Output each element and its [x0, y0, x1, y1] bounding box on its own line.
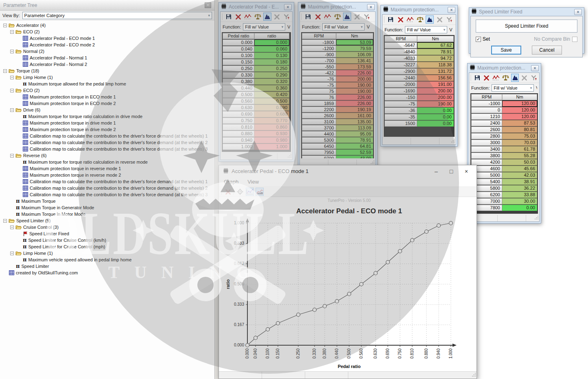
data-point[interactable] [335, 300, 339, 303]
axis-cell[interactable]: 0.810 [223, 124, 254, 130]
tree-item[interactable]: πMaximum Torque [1, 198, 214, 204]
data-point[interactable] [360, 283, 363, 286]
window-titlebar[interactable]: Maximum protection... × [382, 6, 456, 14]
value-cell[interactable]: 95.09 [336, 131, 373, 137]
axis-cell[interactable]: -900 [302, 52, 336, 57]
axis-cell[interactable]: -2900 [385, 68, 417, 74]
value-cell[interactable]: 131.72 [417, 68, 454, 74]
axis-cell[interactable]: -75 [302, 82, 336, 88]
tree-item[interactable]: Accelerator Pedal - ECO mode 2 [1, 42, 214, 48]
axis-cell[interactable]: 0.250 [223, 66, 254, 72]
value-cell[interactable]: 45.66 [502, 166, 537, 172]
filter-icon[interactable] [445, 15, 453, 24]
cancel-button[interactable]: Cancel [532, 46, 562, 55]
resize-grip[interactable] [288, 152, 292, 159]
tree-item[interactable]: Calibration map to calculate the contrib… [1, 133, 214, 139]
compare-icon[interactable] [254, 13, 262, 21]
data-point[interactable] [437, 224, 441, 228]
data-point[interactable] [313, 308, 317, 312]
trace-graph-icon[interactable] [492, 74, 500, 82]
axis-cell[interactable]: 2600 [471, 127, 502, 133]
value-cell[interactable]: 55.28 [502, 153, 537, 159]
save-icon[interactable] [304, 13, 312, 21]
axis-cell[interactable]: 0.500 [223, 92, 254, 98]
value-cell[interactable]: 67.62 [417, 42, 454, 48]
value-cell[interactable]: 50.03 [502, 159, 537, 165]
graph-titlebar[interactable]: Accelerator Pedal - ECO mode 1 – □ × [219, 165, 477, 177]
line-chart-icon[interactable] [246, 188, 254, 196]
clear-icon[interactable] [353, 13, 361, 21]
tree-item[interactable]: −Speed Limiter (5) [1, 217, 214, 224]
save-button[interactable]: Save [491, 46, 521, 55]
axis-cell[interactable]: 76 [302, 94, 336, 100]
window-titlebar[interactable]: Accelerator Pedal - E... × [220, 3, 293, 11]
menu-view[interactable]: View [247, 179, 259, 185]
close-icon[interactable]: × [367, 4, 375, 10]
resize-grip[interactable] [535, 214, 539, 221]
tree-expander-icon[interactable]: − [10, 89, 14, 92]
tree-item[interactable]: Calibration map to calculate the contrib… [1, 146, 214, 152]
value-cell[interactable]: 42.03 [502, 172, 537, 178]
tree-item[interactable]: πMaximum vehicle speed allowed in pedal … [1, 256, 214, 263]
tree-item[interactable]: Speed Limiter Fixed [1, 230, 214, 237]
axis-cell[interactable]: -76 [302, 76, 336, 82]
axis-cell[interactable]: 7950 [302, 149, 336, 155]
data-point[interactable] [323, 305, 327, 308]
value-cell[interactable]: 61.78 [502, 146, 537, 152]
delete-icon[interactable] [396, 15, 404, 24]
tree-item[interactable]: −Normal (2) [1, 48, 214, 55]
value-cell[interactable]: 38.91 [502, 179, 537, 185]
save-icon[interactable] [225, 13, 233, 21]
axis-cell[interactable]: -1690 [385, 88, 417, 94]
tree-item[interactable]: −ECO (2) [1, 87, 214, 94]
axis-cell[interactable]: -550 [302, 64, 336, 70]
data-point[interactable] [276, 322, 280, 325]
tree-item[interactable]: −Torque (18) [1, 68, 214, 74]
set-checkbox[interactable]: ✓ [476, 37, 481, 42]
axis-cell[interactable]: 0.150 [223, 59, 254, 65]
data-point[interactable] [374, 272, 378, 275]
value-cell[interactable]: 0.00 [417, 107, 454, 114]
tree-expander-icon[interactable]: − [10, 154, 14, 158]
tree-item[interactable]: Calibration map to calculate the contrib… [1, 191, 214, 198]
value-cell[interactable]: 226.00 [336, 101, 373, 106]
data-point[interactable] [411, 239, 414, 242]
axis-cell[interactable]: 0 [471, 107, 502, 113]
tree-item[interactable]: πSpeed Limiter for Cruise Control (mph) [1, 243, 214, 250]
tree-expander-icon[interactable]: − [10, 50, 14, 53]
value-cell[interactable]: 190.00 [417, 101, 454, 107]
axis-cell[interactable]: 0.440 [223, 85, 254, 91]
axis-cell[interactable]: 0.750 [223, 118, 254, 124]
filled-chart-icon[interactable] [256, 188, 264, 196]
filter-icon[interactable] [282, 13, 291, 21]
axis-cell[interactable]: 2400 [471, 120, 502, 126]
tree-expander-icon[interactable]: − [10, 226, 14, 229]
tree-expander-icon[interactable]: − [3, 24, 7, 27]
delete-icon[interactable] [234, 13, 243, 21]
tree-item[interactable]: Accelerator Pedal - Normal 2 [1, 61, 214, 68]
tree-item[interactable]: Maximum protection torque in drive mode … [1, 120, 214, 126]
crosshair-icon[interactable] [236, 188, 244, 196]
tree-expander-icon[interactable]: − [10, 108, 14, 112]
value-cell[interactable]: 53.09 [336, 39, 373, 45]
window-titlebar[interactable]: Maximum protection... × [469, 64, 540, 72]
close-icon[interactable]: × [284, 4, 292, 10]
value-cell[interactable]: 0.590 [254, 105, 289, 111]
resize-grip[interactable] [472, 371, 476, 378]
value-cell[interactable]: 0.130 [254, 53, 289, 59]
axis-cell[interactable]: 5300 [302, 137, 336, 143]
data-point[interactable] [266, 328, 270, 331]
function-dropdown[interactable]: Fill w/ Value ▾ [322, 23, 365, 31]
compare-icon[interactable] [416, 15, 424, 24]
no-compare-checkbox[interactable] [572, 37, 577, 42]
axis-cell[interactable]: 6450 [302, 143, 336, 149]
minimize-button[interactable]: – [430, 168, 442, 175]
clear-icon[interactable] [273, 13, 281, 21]
filter-icon[interactable] [530, 74, 538, 82]
axis-cell[interactable]: -3227 [385, 62, 417, 68]
axis-cell[interactable]: -1200 [302, 46, 336, 51]
tree-item[interactable]: −Limp Home (1) [1, 250, 214, 256]
axis-cell[interactable]: -35 [385, 114, 417, 120]
value-cell[interactable]: 0.060 [254, 46, 289, 52]
value-cell[interactable]: 64.81 [336, 143, 373, 149]
